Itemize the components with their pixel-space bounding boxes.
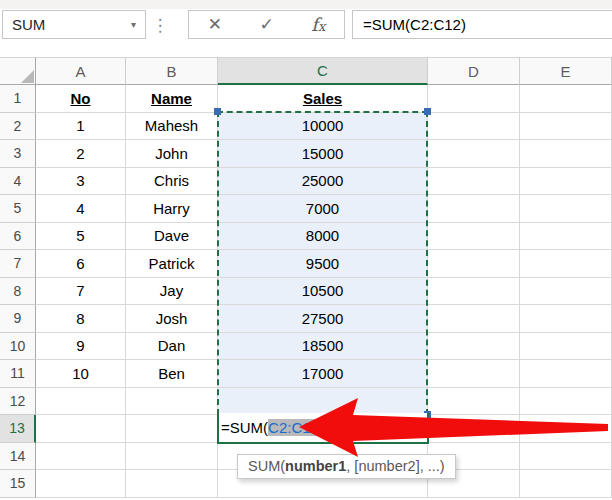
insert-function-icon[interactable]: fx xyxy=(311,14,325,35)
cell-A3[interactable]: 2 xyxy=(36,140,126,168)
row-header-3[interactable]: 3 xyxy=(0,140,36,168)
cell-B11[interactable]: Ben xyxy=(126,360,218,388)
col-header-E[interactable]: E xyxy=(520,57,612,85)
active-cell-C13[interactable]: =SUM(C2:C12) xyxy=(217,413,429,444)
row-header-12[interactable]: 12 xyxy=(0,388,36,416)
cell-C5[interactable]: 7000 xyxy=(218,195,428,223)
cell-A12[interactable] xyxy=(36,388,126,416)
cell-A6[interactable]: 5 xyxy=(36,223,126,251)
row-header-13[interactable]: 13 xyxy=(0,415,36,443)
cell-A7[interactable]: 6 xyxy=(36,250,126,278)
cell-A8[interactable]: 7 xyxy=(36,278,126,306)
cell-D10[interactable] xyxy=(428,333,520,361)
cell-B9[interactable]: Josh xyxy=(126,305,218,333)
cell-D7[interactable] xyxy=(428,250,520,278)
row-header-6[interactable]: 6 xyxy=(0,223,36,251)
cell-B3[interactable]: John xyxy=(126,140,218,168)
cell-B15[interactable] xyxy=(126,470,218,498)
cell-A5[interactable]: 4 xyxy=(36,195,126,223)
cell-C11[interactable]: 17000 xyxy=(218,360,428,388)
cell-A14[interactable] xyxy=(36,443,126,471)
cell-E1[interactable] xyxy=(520,85,612,113)
cell-D11[interactable] xyxy=(428,360,520,388)
cell-E2[interactable] xyxy=(520,113,612,141)
chevron-down-icon[interactable]: ▾ xyxy=(131,19,145,30)
name-box[interactable]: SUM ▾ xyxy=(2,10,146,39)
cell-A4[interactable]: 3 xyxy=(36,168,126,196)
row-header-7[interactable]: 7 xyxy=(0,250,36,278)
cell-A2[interactable]: 1 xyxy=(36,113,126,141)
more-options-icon[interactable]: ⋮ xyxy=(153,12,167,38)
cell-D1[interactable] xyxy=(428,85,520,113)
cell-C9[interactable]: 27500 xyxy=(218,305,428,333)
row-header-10[interactable]: 10 xyxy=(0,333,36,361)
cell-B5[interactable]: Harry xyxy=(126,195,218,223)
cell-E9[interactable] xyxy=(520,305,612,333)
col-header-D[interactable]: D xyxy=(428,57,520,85)
cell-E7[interactable] xyxy=(520,250,612,278)
cell-D5[interactable] xyxy=(428,195,520,223)
cell-A11[interactable]: 10 xyxy=(36,360,126,388)
cell-A9[interactable]: 8 xyxy=(36,305,126,333)
cell-A13[interactable] xyxy=(36,415,126,443)
cell-C1[interactable]: Sales xyxy=(218,85,428,113)
cell-B1[interactable]: Name xyxy=(126,85,218,113)
cell-D3[interactable] xyxy=(428,140,520,168)
row-header-11[interactable]: 11 xyxy=(0,360,36,388)
cell-B6[interactable]: Dave xyxy=(126,223,218,251)
cell-E12[interactable] xyxy=(520,388,612,416)
cell-E8[interactable] xyxy=(520,278,612,306)
row-header-9[interactable]: 9 xyxy=(0,305,36,333)
cell-D2[interactable] xyxy=(428,113,520,141)
cell-E14[interactable] xyxy=(520,443,612,471)
row-header-1[interactable]: 1 xyxy=(0,85,36,113)
col-header-C[interactable]: C xyxy=(218,57,428,85)
cancel-icon[interactable]: ✕ xyxy=(208,14,222,35)
row-header-14[interactable]: 14 xyxy=(0,443,36,471)
row-header-15[interactable]: 15 xyxy=(0,470,36,498)
cell-E6[interactable] xyxy=(520,223,612,251)
cell-E15[interactable] xyxy=(520,470,612,498)
cell-C2[interactable]: 10000 xyxy=(218,113,428,141)
cell-D13[interactable] xyxy=(428,415,520,443)
col-header-A[interactable]: A xyxy=(36,57,126,85)
cell-B4[interactable]: Chris xyxy=(126,168,218,196)
cell-E11[interactable] xyxy=(520,360,612,388)
row-header-5[interactable]: 5 xyxy=(0,195,36,223)
cell-D6[interactable] xyxy=(428,223,520,251)
cell-B12[interactable] xyxy=(126,388,218,416)
cell-B14[interactable] xyxy=(126,443,218,471)
cell-E10[interactable] xyxy=(520,333,612,361)
cell-C8[interactable]: 10500 xyxy=(218,278,428,306)
cell-D12[interactable] xyxy=(428,388,520,416)
cell-B10[interactable]: Dan xyxy=(126,333,218,361)
row-header-8[interactable]: 8 xyxy=(0,278,36,306)
cell-B7[interactable]: Patrick xyxy=(126,250,218,278)
row-header-2[interactable]: 2 xyxy=(0,113,36,141)
cell-C6[interactable]: 8000 xyxy=(218,223,428,251)
cell-C4[interactable]: 25000 xyxy=(218,168,428,196)
cell-A15[interactable] xyxy=(36,470,126,498)
cell-D4[interactable] xyxy=(428,168,520,196)
cell-D8[interactable] xyxy=(428,278,520,306)
select-all-corner[interactable] xyxy=(0,57,36,85)
cell-E3[interactable] xyxy=(520,140,612,168)
cell-E13[interactable] xyxy=(520,415,612,443)
cell-C10[interactable]: 18500 xyxy=(218,333,428,361)
cell-A1[interactable]: No xyxy=(36,85,126,113)
cell-C3[interactable]: 15000 xyxy=(218,140,428,168)
cell-E5[interactable] xyxy=(520,195,612,223)
formula-bar[interactable]: =SUM(C2:C12) xyxy=(352,10,612,39)
cell-C7[interactable]: 9500 xyxy=(218,250,428,278)
cell-A10[interactable]: 9 xyxy=(36,333,126,361)
cell-E4[interactable] xyxy=(520,168,612,196)
enter-icon[interactable]: ✓ xyxy=(259,14,273,35)
formula-range-ref: C2:C12 xyxy=(268,419,319,436)
row-header-4[interactable]: 4 xyxy=(0,168,36,196)
cell-B8[interactable]: Jay xyxy=(126,278,218,306)
cell-B2[interactable]: Mahesh xyxy=(126,113,218,141)
col-header-B[interactable]: B xyxy=(126,57,218,85)
cell-B13[interactable] xyxy=(126,415,218,443)
cell-D9[interactable] xyxy=(428,305,520,333)
cell-C12[interactable] xyxy=(218,388,428,416)
